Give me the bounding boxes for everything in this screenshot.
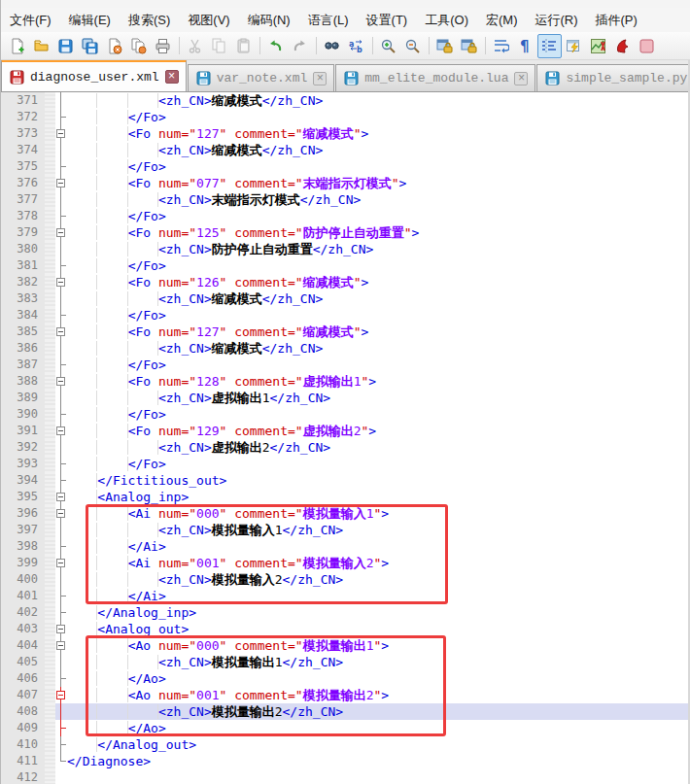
fold-margin[interactable] (55, 670, 67, 687)
tab-close-icon[interactable]: × (313, 72, 327, 85)
code-text[interactable]: </Fo> (67, 307, 689, 324)
bookmark-margin[interactable] (45, 703, 55, 720)
bookmark-margin[interactable] (45, 736, 55, 753)
code-text[interactable]: <zh_CN>缩减模式</zh_CN> (67, 92, 689, 109)
save-button[interactable] (53, 34, 78, 58)
fold-margin[interactable] (55, 736, 67, 753)
bookmark-margin[interactable] (45, 753, 55, 769)
bookmark-margin[interactable] (45, 109, 55, 125)
bookmark-margin[interactable] (45, 373, 55, 390)
code-text[interactable]: <zh_CN>缩减模式</zh_CN> (67, 340, 689, 357)
fold-collapse-icon[interactable] (56, 129, 65, 138)
fold-margin[interactable] (55, 191, 67, 208)
bookmark-margin[interactable] (45, 290, 55, 307)
plugin-colorful-button[interactable] (586, 34, 610, 58)
fold-collapse-icon[interactable] (56, 278, 65, 287)
tab-close-icon[interactable]: × (514, 72, 528, 85)
fold-margin[interactable] (55, 241, 67, 257)
bookmark-margin[interactable] (45, 522, 55, 538)
fold-margin[interactable] (55, 720, 67, 736)
bookmark-margin[interactable] (45, 687, 55, 703)
bookmark-margin[interactable] (45, 324, 55, 340)
fold-margin[interactable] (55, 555, 67, 571)
menu-item-search[interactable]: 搜索(S) (120, 9, 179, 32)
fold-collapse-icon[interactable] (56, 509, 65, 518)
bookmark-margin[interactable] (45, 456, 55, 472)
code-text[interactable]: </Analog_out> (67, 736, 689, 753)
fold-margin[interactable] (55, 224, 67, 241)
fold-margin[interactable] (55, 125, 67, 142)
fold-collapse-icon[interactable] (56, 426, 65, 435)
plugin-red-button[interactable] (610, 34, 635, 58)
bookmark-margin[interactable] (45, 208, 55, 224)
menu-item-view[interactable]: 视图(V) (179, 9, 238, 32)
word-wrap-button[interactable] (489, 34, 513, 58)
bookmark-margin[interactable] (45, 241, 55, 257)
fold-margin[interactable] (55, 588, 67, 604)
menu-item-file[interactable]: 文件(F) (1, 9, 60, 32)
fold-margin[interactable] (55, 522, 67, 538)
bookmark-margin[interactable] (45, 571, 55, 588)
fold-margin[interactable] (55, 637, 67, 654)
fold-collapse-icon[interactable] (56, 559, 65, 567)
bookmark-margin[interactable] (45, 538, 55, 555)
print-button[interactable] (151, 34, 175, 58)
fold-margin[interactable] (55, 687, 67, 703)
fold-margin[interactable] (55, 324, 67, 340)
fold-margin[interactable] (55, 158, 67, 175)
bookmark-margin[interactable] (45, 125, 55, 142)
bookmark-margin[interactable] (45, 92, 55, 109)
fold-margin[interactable] (55, 456, 67, 472)
undo-button[interactable] (263, 34, 288, 58)
bookmark-margin[interactable] (45, 637, 55, 654)
fold-collapse-icon[interactable] (56, 641, 65, 650)
code-text[interactable]: </Fo> (67, 456, 689, 472)
code-text[interactable]: <zh_CN>缩减模式</zh_CN> (67, 142, 689, 158)
code-text[interactable]: <zh_CN>缩减模式</zh_CN> (67, 290, 689, 307)
menu-item-tools[interactable]: 工具(O) (416, 9, 477, 32)
code-text[interactable]: <zh_CN>防护停止自动重置</zh_CN> (67, 241, 689, 257)
fold-margin[interactable] (55, 175, 67, 191)
bookmark-margin[interactable] (45, 340, 55, 357)
code-text[interactable]: </Fictitious_out> (67, 472, 689, 489)
bookmark-margin[interactable] (45, 439, 55, 456)
code-text[interactable]: <Fo num="129" comment="虚拟输出2"> (67, 423, 689, 439)
menu-item-edit[interactable]: 编辑(E) (60, 9, 120, 32)
fold-margin[interactable] (55, 274, 67, 290)
code-text[interactable]: <Fo num="127" comment="缩减模式"> (67, 324, 689, 340)
menu-item-encoding[interactable]: 编码(N) (239, 9, 299, 32)
fold-margin[interactable] (55, 357, 67, 373)
bookmark-margin[interactable] (45, 142, 55, 158)
bookmark-margin[interactable] (45, 224, 55, 241)
copy-button[interactable] (207, 34, 231, 58)
fold-margin[interactable] (55, 489, 67, 505)
code-text[interactable]: <Fo num="125" comment="防护停止自动重置"> (67, 224, 689, 241)
code-text[interactable] (67, 769, 689, 784)
tab-mm_elite_module.lua[interactable]: mm_elite_module.lua× (335, 64, 535, 91)
code-text[interactable]: </Diagnose> (67, 753, 689, 769)
fold-collapse-icon[interactable] (56, 493, 65, 501)
bookmark-margin[interactable] (45, 472, 55, 489)
bookmark-margin[interactable] (45, 588, 55, 604)
find-button[interactable] (320, 34, 344, 58)
fold-collapse-icon[interactable] (56, 228, 65, 237)
fold-collapse-icon[interactable] (56, 179, 65, 187)
fold-margin[interactable] (55, 505, 67, 522)
bookmark-margin[interactable] (45, 670, 55, 687)
doc-lightning-button[interactable] (562, 34, 586, 58)
menu-item-settings[interactable]: 设置(T) (358, 9, 417, 32)
fold-margin[interactable] (55, 340, 67, 357)
tab-var_note.xml[interactable]: var_note.xml× (188, 64, 335, 91)
fold-margin[interactable] (55, 142, 67, 158)
fold-collapse-icon[interactable] (56, 327, 65, 336)
bookmark-margin[interactable] (45, 274, 55, 290)
fold-margin[interactable] (55, 621, 67, 637)
new-file-button[interactable] (5, 34, 29, 58)
paste-button[interactable] (231, 34, 256, 58)
code-text[interactable]: <Analog_inp> (67, 489, 689, 505)
cut-button[interactable] (183, 34, 207, 58)
bookmark-margin[interactable] (45, 307, 55, 324)
fold-margin[interactable] (55, 208, 67, 224)
tab-diagnose_user.xml[interactable]: diagnose_user.xml× (1, 60, 187, 91)
replace-button[interactable]: ab (344, 34, 368, 58)
